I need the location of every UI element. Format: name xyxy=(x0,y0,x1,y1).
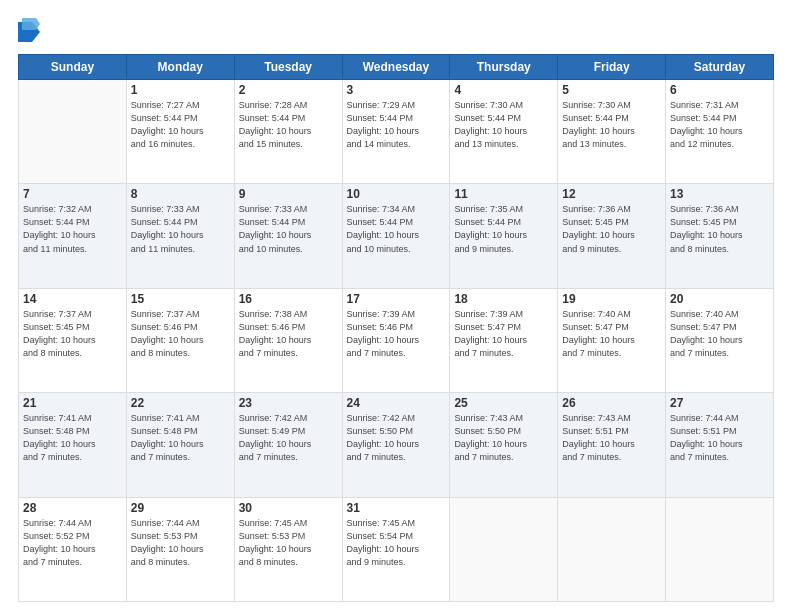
day-number: 27 xyxy=(670,396,769,410)
day-number: 7 xyxy=(23,187,122,201)
day-number: 13 xyxy=(670,187,769,201)
day-info: Sunrise: 7:38 AM Sunset: 5:46 PM Dayligh… xyxy=(239,308,338,360)
calendar-cell: 16Sunrise: 7:38 AM Sunset: 5:46 PM Dayli… xyxy=(234,288,342,392)
calendar-cell: 28Sunrise: 7:44 AM Sunset: 5:52 PM Dayli… xyxy=(19,497,127,601)
day-number: 25 xyxy=(454,396,553,410)
day-number: 18 xyxy=(454,292,553,306)
calendar-cell: 10Sunrise: 7:34 AM Sunset: 5:44 PM Dayli… xyxy=(342,184,450,288)
day-info: Sunrise: 7:37 AM Sunset: 5:46 PM Dayligh… xyxy=(131,308,230,360)
day-info: Sunrise: 7:35 AM Sunset: 5:44 PM Dayligh… xyxy=(454,203,553,255)
day-info: Sunrise: 7:45 AM Sunset: 5:54 PM Dayligh… xyxy=(347,517,446,569)
day-info: Sunrise: 7:28 AM Sunset: 5:44 PM Dayligh… xyxy=(239,99,338,151)
day-info: Sunrise: 7:36 AM Sunset: 5:45 PM Dayligh… xyxy=(562,203,661,255)
day-number: 29 xyxy=(131,501,230,515)
weekday-header-row: SundayMondayTuesdayWednesdayThursdayFrid… xyxy=(19,55,774,80)
calendar-cell: 21Sunrise: 7:41 AM Sunset: 5:48 PM Dayli… xyxy=(19,393,127,497)
logo-icon xyxy=(18,18,40,46)
weekday-header-wednesday: Wednesday xyxy=(342,55,450,80)
calendar-cell: 11Sunrise: 7:35 AM Sunset: 5:44 PM Dayli… xyxy=(450,184,558,288)
day-number: 3 xyxy=(347,83,446,97)
weekday-header-sunday: Sunday xyxy=(19,55,127,80)
calendar-cell xyxy=(19,80,127,184)
day-number: 26 xyxy=(562,396,661,410)
day-info: Sunrise: 7:29 AM Sunset: 5:44 PM Dayligh… xyxy=(347,99,446,151)
day-info: Sunrise: 7:34 AM Sunset: 5:44 PM Dayligh… xyxy=(347,203,446,255)
day-info: Sunrise: 7:31 AM Sunset: 5:44 PM Dayligh… xyxy=(670,99,769,151)
calendar-week-row: 1Sunrise: 7:27 AM Sunset: 5:44 PM Daylig… xyxy=(19,80,774,184)
weekday-header-thursday: Thursday xyxy=(450,55,558,80)
calendar-cell: 31Sunrise: 7:45 AM Sunset: 5:54 PM Dayli… xyxy=(342,497,450,601)
weekday-header-tuesday: Tuesday xyxy=(234,55,342,80)
day-number: 9 xyxy=(239,187,338,201)
day-info: Sunrise: 7:39 AM Sunset: 5:47 PM Dayligh… xyxy=(454,308,553,360)
day-info: Sunrise: 7:44 AM Sunset: 5:51 PM Dayligh… xyxy=(670,412,769,464)
day-number: 4 xyxy=(454,83,553,97)
day-info: Sunrise: 7:43 AM Sunset: 5:51 PM Dayligh… xyxy=(562,412,661,464)
day-number: 24 xyxy=(347,396,446,410)
calendar-cell: 4Sunrise: 7:30 AM Sunset: 5:44 PM Daylig… xyxy=(450,80,558,184)
calendar-cell: 27Sunrise: 7:44 AM Sunset: 5:51 PM Dayli… xyxy=(666,393,774,497)
day-number: 16 xyxy=(239,292,338,306)
weekday-header-saturday: Saturday xyxy=(666,55,774,80)
day-info: Sunrise: 7:27 AM Sunset: 5:44 PM Dayligh… xyxy=(131,99,230,151)
header xyxy=(18,18,774,46)
calendar-cell: 23Sunrise: 7:42 AM Sunset: 5:49 PM Dayli… xyxy=(234,393,342,497)
day-number: 8 xyxy=(131,187,230,201)
day-number: 23 xyxy=(239,396,338,410)
calendar-cell: 25Sunrise: 7:43 AM Sunset: 5:50 PM Dayli… xyxy=(450,393,558,497)
day-info: Sunrise: 7:32 AM Sunset: 5:44 PM Dayligh… xyxy=(23,203,122,255)
calendar-table: SundayMondayTuesdayWednesdayThursdayFrid… xyxy=(18,54,774,602)
calendar-cell: 8Sunrise: 7:33 AM Sunset: 5:44 PM Daylig… xyxy=(126,184,234,288)
day-number: 10 xyxy=(347,187,446,201)
day-number: 21 xyxy=(23,396,122,410)
day-info: Sunrise: 7:33 AM Sunset: 5:44 PM Dayligh… xyxy=(131,203,230,255)
day-number: 20 xyxy=(670,292,769,306)
calendar-cell: 20Sunrise: 7:40 AM Sunset: 5:47 PM Dayli… xyxy=(666,288,774,392)
calendar-cell: 18Sunrise: 7:39 AM Sunset: 5:47 PM Dayli… xyxy=(450,288,558,392)
day-info: Sunrise: 7:30 AM Sunset: 5:44 PM Dayligh… xyxy=(562,99,661,151)
day-info: Sunrise: 7:41 AM Sunset: 5:48 PM Dayligh… xyxy=(23,412,122,464)
day-info: Sunrise: 7:41 AM Sunset: 5:48 PM Dayligh… xyxy=(131,412,230,464)
weekday-header-friday: Friday xyxy=(558,55,666,80)
day-info: Sunrise: 7:37 AM Sunset: 5:45 PM Dayligh… xyxy=(23,308,122,360)
calendar-cell: 15Sunrise: 7:37 AM Sunset: 5:46 PM Dayli… xyxy=(126,288,234,392)
day-number: 22 xyxy=(131,396,230,410)
day-info: Sunrise: 7:30 AM Sunset: 5:44 PM Dayligh… xyxy=(454,99,553,151)
calendar-cell xyxy=(666,497,774,601)
calendar-cell xyxy=(450,497,558,601)
day-info: Sunrise: 7:45 AM Sunset: 5:53 PM Dayligh… xyxy=(239,517,338,569)
day-number: 19 xyxy=(562,292,661,306)
svg-marker-1 xyxy=(22,18,40,30)
calendar-cell: 1Sunrise: 7:27 AM Sunset: 5:44 PM Daylig… xyxy=(126,80,234,184)
day-number: 6 xyxy=(670,83,769,97)
day-info: Sunrise: 7:40 AM Sunset: 5:47 PM Dayligh… xyxy=(562,308,661,360)
day-number: 11 xyxy=(454,187,553,201)
day-number: 2 xyxy=(239,83,338,97)
calendar-cell: 9Sunrise: 7:33 AM Sunset: 5:44 PM Daylig… xyxy=(234,184,342,288)
calendar-cell: 26Sunrise: 7:43 AM Sunset: 5:51 PM Dayli… xyxy=(558,393,666,497)
calendar-cell: 6Sunrise: 7:31 AM Sunset: 5:44 PM Daylig… xyxy=(666,80,774,184)
calendar-cell: 19Sunrise: 7:40 AM Sunset: 5:47 PM Dayli… xyxy=(558,288,666,392)
day-number: 5 xyxy=(562,83,661,97)
day-number: 17 xyxy=(347,292,446,306)
calendar-cell xyxy=(558,497,666,601)
calendar-week-row: 21Sunrise: 7:41 AM Sunset: 5:48 PM Dayli… xyxy=(19,393,774,497)
day-number: 1 xyxy=(131,83,230,97)
calendar-cell: 22Sunrise: 7:41 AM Sunset: 5:48 PM Dayli… xyxy=(126,393,234,497)
calendar-cell: 3Sunrise: 7:29 AM Sunset: 5:44 PM Daylig… xyxy=(342,80,450,184)
day-number: 28 xyxy=(23,501,122,515)
day-number: 12 xyxy=(562,187,661,201)
calendar-cell: 7Sunrise: 7:32 AM Sunset: 5:44 PM Daylig… xyxy=(19,184,127,288)
page: SundayMondayTuesdayWednesdayThursdayFrid… xyxy=(0,0,792,612)
calendar-cell: 2Sunrise: 7:28 AM Sunset: 5:44 PM Daylig… xyxy=(234,80,342,184)
day-number: 15 xyxy=(131,292,230,306)
day-info: Sunrise: 7:42 AM Sunset: 5:50 PM Dayligh… xyxy=(347,412,446,464)
calendar-cell: 30Sunrise: 7:45 AM Sunset: 5:53 PM Dayli… xyxy=(234,497,342,601)
day-info: Sunrise: 7:44 AM Sunset: 5:53 PM Dayligh… xyxy=(131,517,230,569)
day-info: Sunrise: 7:44 AM Sunset: 5:52 PM Dayligh… xyxy=(23,517,122,569)
calendar-cell: 14Sunrise: 7:37 AM Sunset: 5:45 PM Dayli… xyxy=(19,288,127,392)
calendar-week-row: 28Sunrise: 7:44 AM Sunset: 5:52 PM Dayli… xyxy=(19,497,774,601)
day-info: Sunrise: 7:40 AM Sunset: 5:47 PM Dayligh… xyxy=(670,308,769,360)
day-info: Sunrise: 7:36 AM Sunset: 5:45 PM Dayligh… xyxy=(670,203,769,255)
calendar-cell: 24Sunrise: 7:42 AM Sunset: 5:50 PM Dayli… xyxy=(342,393,450,497)
